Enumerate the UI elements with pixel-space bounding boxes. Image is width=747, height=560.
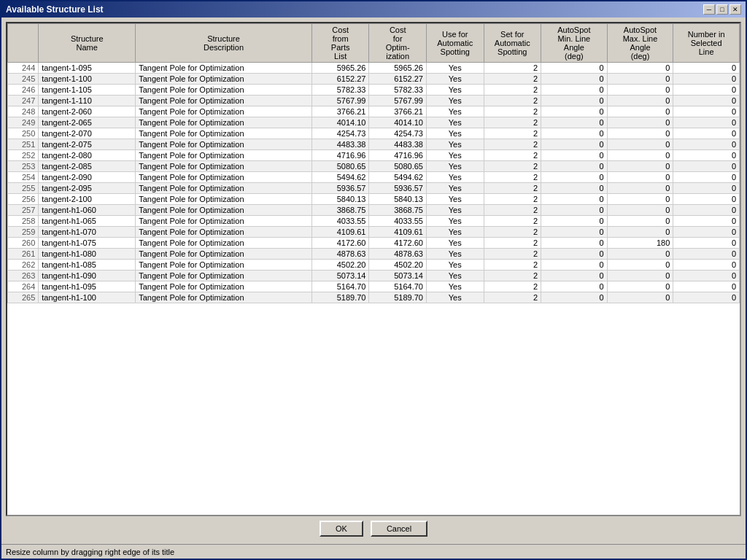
table-cell: 0: [541, 74, 608, 85]
table-cell: 258: [8, 216, 39, 227]
table-cell: 2: [484, 183, 541, 194]
table-row[interactable]: 255tangent-2-095Tangent Pole for Optimiz…: [8, 183, 740, 194]
ok-button[interactable]: OK: [320, 521, 363, 537]
table-cell: tangent-2-075: [39, 139, 136, 150]
table-cell: tangent-h1-080: [39, 249, 136, 260]
table-cell: 5494.62: [311, 172, 369, 183]
table-cell: 5936.57: [311, 183, 369, 194]
col-header-set-auto-spot[interactable]: Set forAutomaticSpotting: [484, 24, 541, 63]
table-row[interactable]: 259tangent-h1-070Tangent Pole for Optimi…: [8, 227, 740, 238]
col-header-num[interactable]: [8, 24, 39, 63]
col-header-number-selected[interactable]: Number inSelectedLine: [673, 24, 740, 63]
table-cell: 264: [8, 281, 39, 292]
table-cell: Yes: [426, 260, 484, 271]
table-cell: 2: [484, 85, 541, 96]
table-row[interactable]: 260tangent-h1-075Tangent Pole for Optimi…: [8, 238, 740, 249]
table-row[interactable]: 245tangent-1-100Tangent Pole for Optimiz…: [8, 74, 740, 85]
table-cell: 4716.96: [311, 150, 369, 161]
table-cell: 2: [484, 281, 541, 292]
table-cell: 0: [541, 194, 608, 205]
table-cell: 0: [673, 281, 740, 292]
col-header-cost-parts[interactable]: CostfromPartsList: [311, 24, 369, 63]
table-cell: 4172.60: [311, 238, 369, 249]
table-row[interactable]: 256tangent-2-100Tangent Pole for Optimiz…: [8, 194, 740, 205]
table-cell: Yes: [426, 292, 484, 303]
table-cell: 0: [607, 96, 673, 106]
table-cell: tangent-2-060: [39, 106, 136, 117]
table-row[interactable]: 261tangent-h1-080Tangent Pole for Optimi…: [8, 249, 740, 260]
table-cell: Yes: [426, 150, 484, 161]
table-cell: 2: [484, 128, 541, 139]
table-cell: 265: [8, 292, 39, 303]
table-row[interactable]: 250tangent-2-070Tangent Pole for Optimiz…: [8, 128, 740, 139]
table-cell: 5840.13: [311, 194, 369, 205]
table-row[interactable]: 262tangent-h1-085Tangent Pole for Optimi…: [8, 260, 740, 271]
table-cell: Tangent Pole for Optimization: [136, 260, 312, 271]
table-cell: 0: [541, 281, 608, 292]
table-cell: Tangent Pole for Optimization: [136, 194, 312, 205]
table-row[interactable]: 263tangent-h1-090Tangent Pole for Optimi…: [8, 271, 740, 281]
table-row[interactable]: 257tangent-h1-060Tangent Pole for Optimi…: [8, 205, 740, 216]
maximize-button[interactable]: □: [716, 4, 728, 15]
table-cell: 5767.99: [311, 96, 369, 106]
table-row[interactable]: 244tangent-1-095Tangent Pole for Optimiz…: [8, 63, 740, 74]
table-cell: 0: [541, 292, 608, 303]
table-cell: 0: [673, 74, 740, 85]
table-cell: 5840.13: [369, 194, 427, 205]
window-title: Available Structure List: [6, 4, 104, 15]
table-container[interactable]: StructureName StructureDescription Costf…: [6, 22, 741, 516]
table-cell: Tangent Pole for Optimization: [136, 63, 312, 74]
table-cell: 2: [484, 249, 541, 260]
table-row[interactable]: 253tangent-2-085Tangent Pole for Optimiz…: [8, 161, 740, 172]
table-cell: 4254.73: [311, 128, 369, 139]
table-cell: 0: [673, 139, 740, 150]
table-row[interactable]: 265tangent-h1-100Tangent Pole for Optimi…: [8, 292, 740, 303]
table-cell: Yes: [426, 281, 484, 292]
table-cell: 3766.21: [369, 106, 427, 117]
table-cell: 0: [607, 216, 673, 227]
table-row[interactable]: 248tangent-2-060Tangent Pole for Optimiz…: [8, 106, 740, 117]
table-row[interactable]: 251tangent-2-075Tangent Pole for Optimiz…: [8, 139, 740, 150]
table-row[interactable]: 252tangent-2-080Tangent Pole for Optimiz…: [8, 150, 740, 161]
close-button[interactable]: ✕: [729, 4, 741, 15]
table-cell: Yes: [426, 216, 484, 227]
table-cell: 4014.10: [369, 117, 427, 128]
cancel-button[interactable]: Cancel: [371, 521, 427, 537]
table-cell: 0: [673, 172, 740, 183]
col-header-use-auto-spot[interactable]: Use forAutomaticSpotting: [426, 24, 484, 63]
table-cell: 3868.75: [369, 205, 427, 216]
table-cell: 2: [484, 106, 541, 117]
table-cell: 5965.26: [369, 63, 427, 74]
table-cell: 4033.55: [311, 216, 369, 227]
table-cell: 0: [607, 161, 673, 172]
table-cell: 5494.62: [369, 172, 427, 183]
table-cell: 0: [541, 238, 608, 249]
table-cell: 4878.63: [311, 249, 369, 260]
table-row[interactable]: 249tangent-2-065Tangent Pole for Optimiz…: [8, 117, 740, 128]
table-cell: 4502.20: [311, 260, 369, 271]
col-header-autospot-min[interactable]: AutoSpotMin. LineAngle(deg): [541, 24, 608, 63]
table-cell: 0: [541, 216, 608, 227]
table-row[interactable]: 258tangent-h1-065Tangent Pole for Optimi…: [8, 216, 740, 227]
table-row[interactable]: 264tangent-h1-095Tangent Pole for Optimi…: [8, 281, 740, 292]
table-cell: Tangent Pole for Optimization: [136, 281, 312, 292]
table-cell: 256: [8, 194, 39, 205]
col-header-structure-name[interactable]: StructureName: [39, 24, 136, 63]
minimize-button[interactable]: ─: [703, 4, 715, 15]
col-header-autospot-max[interactable]: AutoSpotMax. LineAngle(deg): [607, 24, 673, 63]
col-header-structure-desc[interactable]: StructureDescription: [136, 24, 312, 63]
table-cell: tangent-2-100: [39, 194, 136, 205]
table-cell: 0: [607, 139, 673, 150]
col-header-cost-optim[interactable]: CostforOptim-ization: [369, 24, 427, 63]
table-row[interactable]: 246tangent-1-105Tangent Pole for Optimiz…: [8, 85, 740, 96]
table-cell: 0: [541, 271, 608, 281]
table-cell: tangent-h1-070: [39, 227, 136, 238]
table-cell: 0: [607, 106, 673, 117]
table-cell: 0: [673, 238, 740, 249]
table-row[interactable]: 254tangent-2-090Tangent Pole for Optimiz…: [8, 172, 740, 183]
table-cell: 2: [484, 172, 541, 183]
table-cell: tangent-2-065: [39, 117, 136, 128]
table-cell: 2: [484, 139, 541, 150]
table-cell: 254: [8, 172, 39, 183]
table-row[interactable]: 247tangent-1-110Tangent Pole for Optimiz…: [8, 96, 740, 106]
